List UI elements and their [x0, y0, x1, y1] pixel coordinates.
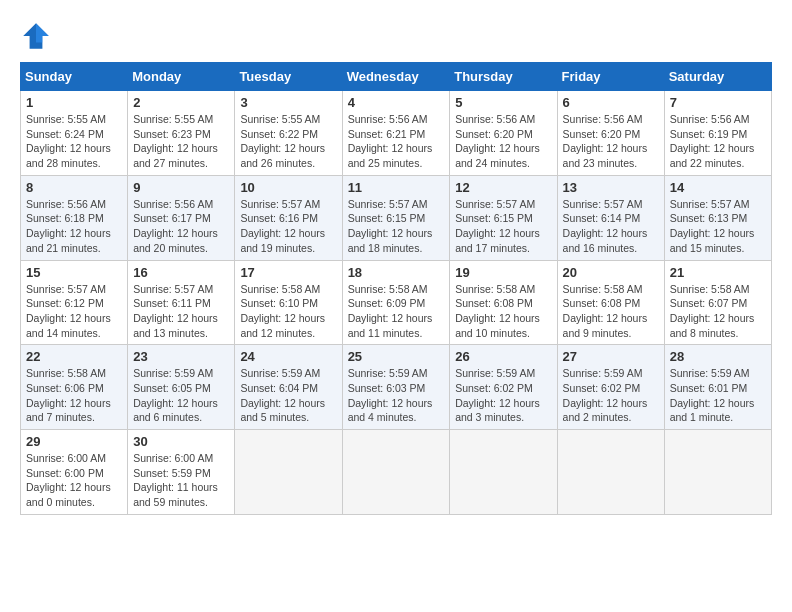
col-sunday: Sunday — [21, 63, 128, 91]
day-info: Sunrise: 5:57 AM Sunset: 6:12 PM Dayligh… — [26, 282, 122, 341]
day-info: Sunrise: 5:59 AM Sunset: 6:03 PM Dayligh… — [348, 366, 445, 425]
day-number: 21 — [670, 265, 766, 280]
day-number: 13 — [563, 180, 659, 195]
day-number: 2 — [133, 95, 229, 110]
calendar-row-4: 22 Sunrise: 5:58 AM Sunset: 6:06 PM Dayl… — [21, 345, 772, 430]
day-info: Sunrise: 5:58 AM Sunset: 6:08 PM Dayligh… — [563, 282, 659, 341]
day-number: 9 — [133, 180, 229, 195]
calendar-cell — [235, 430, 342, 515]
day-info: Sunrise: 5:59 AM Sunset: 6:02 PM Dayligh… — [563, 366, 659, 425]
day-info: Sunrise: 5:56 AM Sunset: 6:20 PM Dayligh… — [563, 112, 659, 171]
day-info: Sunrise: 5:58 AM Sunset: 6:09 PM Dayligh… — [348, 282, 445, 341]
calendar-cell: 21 Sunrise: 5:58 AM Sunset: 6:07 PM Dayl… — [664, 260, 771, 345]
calendar-cell: 23 Sunrise: 5:59 AM Sunset: 6:05 PM Dayl… — [128, 345, 235, 430]
day-info: Sunrise: 5:59 AM Sunset: 6:01 PM Dayligh… — [670, 366, 766, 425]
calendar-cell: 4 Sunrise: 5:56 AM Sunset: 6:21 PM Dayli… — [342, 91, 450, 176]
day-info: Sunrise: 5:56 AM Sunset: 6:21 PM Dayligh… — [348, 112, 445, 171]
calendar-table: Sunday Monday Tuesday Wednesday Thursday… — [20, 62, 772, 515]
day-number: 7 — [670, 95, 766, 110]
day-info: Sunrise: 5:58 AM Sunset: 6:08 PM Dayligh… — [455, 282, 551, 341]
day-info: Sunrise: 5:55 AM Sunset: 6:22 PM Dayligh… — [240, 112, 336, 171]
day-info: Sunrise: 5:59 AM Sunset: 6:05 PM Dayligh… — [133, 366, 229, 425]
calendar-cell — [342, 430, 450, 515]
calendar-cell: 15 Sunrise: 5:57 AM Sunset: 6:12 PM Dayl… — [21, 260, 128, 345]
calendar-cell: 10 Sunrise: 5:57 AM Sunset: 6:16 PM Dayl… — [235, 175, 342, 260]
day-number: 30 — [133, 434, 229, 449]
day-info: Sunrise: 6:00 AM Sunset: 5:59 PM Dayligh… — [133, 451, 229, 510]
col-wednesday: Wednesday — [342, 63, 450, 91]
calendar-cell — [557, 430, 664, 515]
day-info: Sunrise: 5:58 AM Sunset: 6:06 PM Dayligh… — [26, 366, 122, 425]
day-info: Sunrise: 6:00 AM Sunset: 6:00 PM Dayligh… — [26, 451, 122, 510]
svg-marker-1 — [36, 23, 49, 42]
calendar-cell: 11 Sunrise: 5:57 AM Sunset: 6:15 PM Dayl… — [342, 175, 450, 260]
calendar-cell: 20 Sunrise: 5:58 AM Sunset: 6:08 PM Dayl… — [557, 260, 664, 345]
calendar-cell: 3 Sunrise: 5:55 AM Sunset: 6:22 PM Dayli… — [235, 91, 342, 176]
day-number: 17 — [240, 265, 336, 280]
calendar-cell: 26 Sunrise: 5:59 AM Sunset: 6:02 PM Dayl… — [450, 345, 557, 430]
calendar-cell: 2 Sunrise: 5:55 AM Sunset: 6:23 PM Dayli… — [128, 91, 235, 176]
day-number: 8 — [26, 180, 122, 195]
calendar-cell: 24 Sunrise: 5:59 AM Sunset: 6:04 PM Dayl… — [235, 345, 342, 430]
calendar-cell — [664, 430, 771, 515]
day-info: Sunrise: 5:58 AM Sunset: 6:07 PM Dayligh… — [670, 282, 766, 341]
calendar-cell: 9 Sunrise: 5:56 AM Sunset: 6:17 PM Dayli… — [128, 175, 235, 260]
calendar-cell: 12 Sunrise: 5:57 AM Sunset: 6:15 PM Dayl… — [450, 175, 557, 260]
calendar-cell: 28 Sunrise: 5:59 AM Sunset: 6:01 PM Dayl… — [664, 345, 771, 430]
calendar-cell: 6 Sunrise: 5:56 AM Sunset: 6:20 PM Dayli… — [557, 91, 664, 176]
day-number: 12 — [455, 180, 551, 195]
day-info: Sunrise: 5:57 AM Sunset: 6:11 PM Dayligh… — [133, 282, 229, 341]
calendar-row-2: 8 Sunrise: 5:56 AM Sunset: 6:18 PM Dayli… — [21, 175, 772, 260]
day-info: Sunrise: 5:56 AM Sunset: 6:17 PM Dayligh… — [133, 197, 229, 256]
calendar-cell: 1 Sunrise: 5:55 AM Sunset: 6:24 PM Dayli… — [21, 91, 128, 176]
calendar-cell: 29 Sunrise: 6:00 AM Sunset: 6:00 PM Dayl… — [21, 430, 128, 515]
calendar-cell: 30 Sunrise: 6:00 AM Sunset: 5:59 PM Dayl… — [128, 430, 235, 515]
calendar-cell: 27 Sunrise: 5:59 AM Sunset: 6:02 PM Dayl… — [557, 345, 664, 430]
day-number: 27 — [563, 349, 659, 364]
day-info: Sunrise: 5:56 AM Sunset: 6:20 PM Dayligh… — [455, 112, 551, 171]
day-number: 22 — [26, 349, 122, 364]
calendar-cell: 8 Sunrise: 5:56 AM Sunset: 6:18 PM Dayli… — [21, 175, 128, 260]
logo-icon — [20, 20, 52, 52]
day-number: 28 — [670, 349, 766, 364]
page-header — [20, 20, 772, 52]
col-friday: Friday — [557, 63, 664, 91]
day-info: Sunrise: 5:57 AM Sunset: 6:15 PM Dayligh… — [455, 197, 551, 256]
calendar-row-1: 1 Sunrise: 5:55 AM Sunset: 6:24 PM Dayli… — [21, 91, 772, 176]
day-number: 18 — [348, 265, 445, 280]
calendar-cell: 14 Sunrise: 5:57 AM Sunset: 6:13 PM Dayl… — [664, 175, 771, 260]
day-number: 6 — [563, 95, 659, 110]
day-info: Sunrise: 5:59 AM Sunset: 6:04 PM Dayligh… — [240, 366, 336, 425]
day-number: 23 — [133, 349, 229, 364]
day-info: Sunrise: 5:55 AM Sunset: 6:24 PM Dayligh… — [26, 112, 122, 171]
day-number: 14 — [670, 180, 766, 195]
calendar-row-3: 15 Sunrise: 5:57 AM Sunset: 6:12 PM Dayl… — [21, 260, 772, 345]
day-info: Sunrise: 5:59 AM Sunset: 6:02 PM Dayligh… — [455, 366, 551, 425]
calendar-cell: 17 Sunrise: 5:58 AM Sunset: 6:10 PM Dayl… — [235, 260, 342, 345]
day-number: 25 — [348, 349, 445, 364]
col-thursday: Thursday — [450, 63, 557, 91]
day-number: 11 — [348, 180, 445, 195]
day-info: Sunrise: 5:57 AM Sunset: 6:14 PM Dayligh… — [563, 197, 659, 256]
day-number: 26 — [455, 349, 551, 364]
day-number: 5 — [455, 95, 551, 110]
day-info: Sunrise: 5:56 AM Sunset: 6:19 PM Dayligh… — [670, 112, 766, 171]
day-number: 10 — [240, 180, 336, 195]
calendar-cell: 7 Sunrise: 5:56 AM Sunset: 6:19 PM Dayli… — [664, 91, 771, 176]
day-info: Sunrise: 5:57 AM Sunset: 6:15 PM Dayligh… — [348, 197, 445, 256]
day-number: 19 — [455, 265, 551, 280]
day-number: 20 — [563, 265, 659, 280]
calendar-header-row: Sunday Monday Tuesday Wednesday Thursday… — [21, 63, 772, 91]
calendar-cell: 25 Sunrise: 5:59 AM Sunset: 6:03 PM Dayl… — [342, 345, 450, 430]
col-saturday: Saturday — [664, 63, 771, 91]
day-info: Sunrise: 5:55 AM Sunset: 6:23 PM Dayligh… — [133, 112, 229, 171]
calendar-cell — [450, 430, 557, 515]
day-number: 16 — [133, 265, 229, 280]
calendar-cell: 5 Sunrise: 5:56 AM Sunset: 6:20 PM Dayli… — [450, 91, 557, 176]
col-monday: Monday — [128, 63, 235, 91]
calendar-cell: 19 Sunrise: 5:58 AM Sunset: 6:08 PM Dayl… — [450, 260, 557, 345]
day-number: 24 — [240, 349, 336, 364]
day-info: Sunrise: 5:56 AM Sunset: 6:18 PM Dayligh… — [26, 197, 122, 256]
calendar-cell: 13 Sunrise: 5:57 AM Sunset: 6:14 PM Dayl… — [557, 175, 664, 260]
day-info: Sunrise: 5:57 AM Sunset: 6:16 PM Dayligh… — [240, 197, 336, 256]
